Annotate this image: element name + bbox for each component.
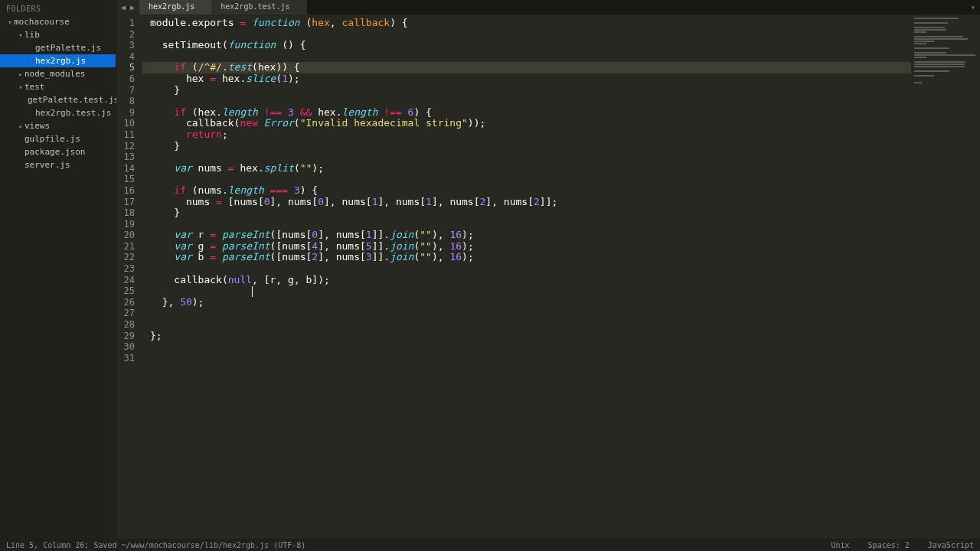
code-line[interactable]: return; bbox=[150, 129, 911, 141]
tree-file[interactable]: hex2rgb.test.js bbox=[0, 106, 116, 119]
tree-file[interactable]: server.js bbox=[0, 158, 116, 171]
code-line[interactable]: module.exports = function (hex, callback… bbox=[150, 18, 911, 29]
tree-item-label: server.js bbox=[24, 160, 70, 170]
tree-folder[interactable]: ▸views bbox=[0, 119, 116, 132]
minimap-line bbox=[914, 82, 922, 83]
code-editor[interactable]: module.exports = function (hex, callback… bbox=[142, 15, 911, 539]
tree-folder[interactable]: ▸node_modules bbox=[0, 67, 116, 80]
code-line[interactable] bbox=[150, 51, 911, 63]
nav-forward-icon[interactable]: ▶ bbox=[130, 3, 135, 11]
code-line[interactable]: }, 50); bbox=[150, 297, 911, 308]
tree-item-label: hex2rgb.js bbox=[35, 56, 86, 66]
gutter-line-number: 10 bbox=[116, 118, 135, 129]
tree-item-label: getPalette.test.js bbox=[28, 95, 119, 105]
code-line[interactable] bbox=[150, 319, 911, 331]
gutter-line-number: 3 bbox=[116, 40, 135, 51]
tree-file[interactable]: hex2rgb.js bbox=[0, 54, 116, 67]
tree-item-label: package.json bbox=[24, 147, 85, 157]
code-line[interactable]: if (hex.length !== 3 && hex.length !== 6… bbox=[150, 107, 911, 119]
code-line[interactable]: var r = parseInt([nums[0], nums[1]].join… bbox=[150, 230, 911, 241]
code-line[interactable]: if (/^#/.test(hex)) { bbox=[142, 62, 911, 73]
gutter-line-number: 20 bbox=[116, 230, 135, 241]
status-left: Line 5, Column 26; Saved ~/www/mochacour… bbox=[6, 541, 305, 549]
code-line[interactable]: } bbox=[150, 85, 911, 96]
code-line[interactable] bbox=[150, 263, 911, 275]
code-line[interactable]: } bbox=[150, 207, 911, 219]
disclosure-icon: ▸ bbox=[17, 122, 24, 130]
tree-item-label: mochacourse bbox=[14, 17, 70, 27]
code-line[interactable]: callback(new Error("Invalid hexadecimal … bbox=[150, 118, 911, 129]
minimap[interactable] bbox=[911, 15, 980, 539]
minimap-line bbox=[914, 18, 959, 19]
file-tree: ▾mochacourse▾libgetPalette.jshex2rgb.js▸… bbox=[0, 15, 116, 171]
code-line[interactable] bbox=[150, 341, 911, 353]
tab-nav-arrows[interactable]: ◀ ▶ bbox=[116, 0, 139, 15]
gutter-line-number: 28 bbox=[116, 319, 135, 331]
code-line[interactable] bbox=[150, 353, 911, 364]
code-line[interactable] bbox=[150, 29, 911, 41]
code-line[interactable] bbox=[150, 308, 911, 319]
minimap-line bbox=[914, 70, 949, 72]
gutter-line-number: 30 bbox=[116, 341, 135, 353]
tree-item-label: node_modules bbox=[24, 69, 85, 79]
gutter-line-number: 29 bbox=[116, 331, 135, 342]
tab[interactable]: hex2rgb.test.js bbox=[211, 0, 306, 15]
status-line-endings[interactable]: Unix bbox=[831, 541, 850, 549]
minimap-line bbox=[914, 36, 963, 37]
gutter-line-number: 21 bbox=[116, 241, 135, 253]
disclosure-icon: ▾ bbox=[6, 18, 14, 26]
code-line[interactable]: nums = [nums[0], nums[0], nums[1], nums[… bbox=[150, 197, 911, 208]
gutter-line-number: 16 bbox=[116, 185, 135, 197]
code-line[interactable]: var g = parseInt([nums[4], nums[5]].join… bbox=[150, 241, 911, 253]
minimap-line bbox=[914, 64, 965, 65]
tree-item-label: getPalette.js bbox=[35, 43, 101, 53]
minimap-line bbox=[914, 43, 926, 44]
sidebar-header: FOLDERS bbox=[0, 0, 116, 15]
gutter-line-number: 1 bbox=[116, 18, 135, 29]
tree-folder[interactable]: ▾test bbox=[0, 80, 116, 93]
minimap-line bbox=[914, 31, 926, 33]
code-line[interactable]: hex = hex.slice(1); bbox=[150, 73, 911, 85]
minimap-line bbox=[914, 52, 946, 54]
gutter-line-number: 24 bbox=[116, 275, 135, 286]
code-line[interactable] bbox=[150, 174, 911, 185]
gutter-line-number: 31 bbox=[116, 353, 135, 364]
gutter-line-number: 25 bbox=[116, 285, 135, 297]
tree-item-label: test bbox=[24, 82, 45, 92]
tree-file[interactable]: getPalette.js bbox=[0, 41, 116, 54]
editor-area: ◀ ▶ hex2rgb.jshex2rgb.test.js ▾ 12345678… bbox=[116, 0, 980, 539]
code-line[interactable]: var nums = hex.split(""); bbox=[150, 163, 911, 174]
disclosure-icon: ▸ bbox=[17, 70, 24, 78]
gutter-line-number: 4 bbox=[116, 51, 135, 63]
text-cursor bbox=[252, 286, 253, 297]
gutter-line-number: 14 bbox=[116, 163, 135, 174]
gutter-line-number: 6 bbox=[116, 73, 135, 85]
gutter-line-number: 26 bbox=[116, 297, 135, 308]
code-line[interactable]: if (nums.length === 3) { bbox=[150, 185, 911, 197]
status-indentation[interactable]: Spaces: 2 bbox=[868, 541, 910, 549]
tree-file[interactable]: package.json bbox=[0, 145, 116, 158]
sidebar: FOLDERS ▾mochacourse▾libgetPalette.jshex… bbox=[0, 0, 116, 539]
code-line[interactable] bbox=[150, 96, 911, 107]
code-line[interactable] bbox=[150, 219, 911, 230]
code-line[interactable]: } bbox=[150, 141, 911, 152]
tree-file[interactable]: gulpfile.js bbox=[0, 132, 116, 145]
nav-back-icon[interactable]: ◀ bbox=[121, 3, 126, 11]
code-line[interactable]: var b = parseInt([nums[2], nums[3]].join… bbox=[150, 252, 911, 263]
code-line[interactable]: setTimeout(function () { bbox=[150, 40, 911, 51]
tree-folder[interactable]: ▾lib bbox=[0, 28, 116, 41]
tab-overflow-icon[interactable]: ▾ bbox=[966, 0, 980, 15]
minimap-line bbox=[914, 75, 934, 77]
tree-folder[interactable]: ▾mochacourse bbox=[0, 15, 116, 28]
gutter-line-number: 8 bbox=[116, 96, 135, 107]
status-language[interactable]: JavaScript bbox=[928, 541, 974, 549]
tab[interactable]: hex2rgb.js bbox=[139, 0, 211, 15]
gutter-line-number: 13 bbox=[116, 152, 135, 163]
code-line[interactable]: }; bbox=[150, 331, 911, 342]
status-bar: Line 5, Column 26; Saved ~/www/mochacour… bbox=[0, 539, 980, 551]
code-line[interactable]: callback(null, [r, g, b]); bbox=[150, 275, 911, 286]
code-line[interactable] bbox=[150, 285, 911, 297]
disclosure-icon: ▾ bbox=[17, 31, 24, 39]
code-line[interactable] bbox=[150, 152, 911, 163]
tree-file[interactable]: getPalette.test.js bbox=[0, 93, 116, 106]
